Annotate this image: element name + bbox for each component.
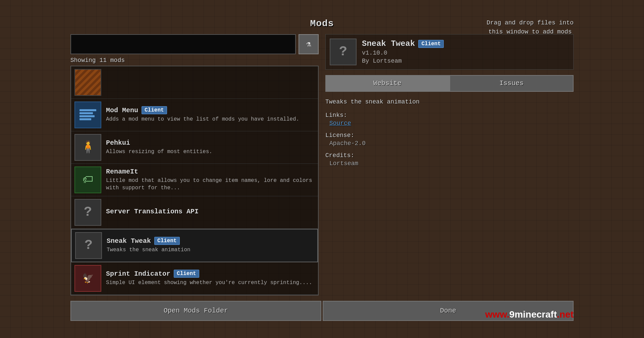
content-area: ⚗ Showing 11 mods [70,34,574,295]
mod-icon-brown [74,69,101,96]
mod-desc: Simple UI element showing whether you're… [106,279,315,286]
mod-name-row: RenameIt [106,168,315,176]
open-mods-folder-button[interactable]: Open Mods Folder [70,301,321,321]
mod-badge-client: Client [142,106,167,114]
mod-name-row: Sprint Indicator Client [106,270,315,278]
mod-name-label: Sprint Indicator [106,270,170,278]
list-item-sprint-indicator[interactable]: 🦅 Sprint Indicator Client Simple UI elem… [71,262,318,295]
tab-website[interactable]: Website [325,75,449,92]
tab-buttons: Website Issues [325,75,574,92]
right-panel: ? Sneak Tweak Client v1.10.0 By Lortseam… [319,34,574,295]
search-row: ⚗ [70,34,319,54]
mod-name-label: RenameIt [106,168,138,176]
showing-label: Showing 11 mods [70,57,319,64]
detail-header: ? Sneak Tweak Client v1.10.0 By Lortseam [325,34,574,70]
mod-desc: Allows resizing of most entities. [106,148,315,155]
question-icon: ? [85,238,93,253]
tag-icon: 🏷 [83,173,93,186]
mod-name-row: Server Translations API [106,208,315,215]
detail-description: Tweaks the sneak animation [325,98,574,105]
mod-name-row: Sneak Tweak Client [107,237,314,245]
detail-links-label: Links: [325,112,574,119]
mod-name-label: Sneak Tweak [107,237,151,245]
mod-info-pehkui: Pehkui Allows resizing of most entities. [106,139,315,155]
list-item-server-translations[interactable]: ? Server Translations API [71,196,318,229]
list-item-mod-menu[interactable]: Mod Menu Client Adds a mod menu to view … [71,99,318,131]
mod-icon-renameit: 🏷 [74,166,101,193]
detail-mod-name: Sneak Tweak [362,39,415,48]
detail-credits-section: Credits: Lortseam [325,152,574,167]
filter-icon: ⚗ [306,39,311,49]
watermark-mine: 9minecraft [509,309,557,320]
mod-info-servertranslations: Server Translations API [106,208,315,217]
mod-desc: Adds a mod menu to view the list of mods… [106,116,315,123]
list-item[interactable] [71,66,318,99]
detail-question-icon: ? [339,44,347,59]
detail-name-row: Sneak Tweak Client [362,39,569,48]
watermark: www.9minecraft.net [485,309,574,320]
mod-info-sprintindicator: Sprint Indicator Client Simple UI elemen… [106,270,315,286]
mod-name-row: Pehkui [106,139,315,147]
search-input[interactable] [70,34,296,54]
tab-issues[interactable]: Issues [449,75,574,92]
mod-name-label: Pehkui [106,139,130,147]
mod-icon-sprintindicator: 🦅 [74,265,101,292]
mod-desc: Tweaks the sneak animation [107,246,314,254]
mod-info-renameit: RenameIt Little mod that allows you to c… [106,168,315,192]
list-icon [79,109,96,120]
filter-button[interactable]: ⚗ [299,34,319,54]
detail-license-section: License: Apache-2.0 [325,132,574,147]
mod-info-sneaktweak: Sneak Tweak Client Tweaks the sneak anim… [107,237,314,254]
drag-hint: Drag and drop files into this window to … [487,18,574,37]
mod-badge-client: Client [174,270,199,278]
mod-badge-client: Client [154,237,180,245]
mod-name-row: Mod Menu Client [106,106,315,114]
detail-license-value: Apache-2.0 [325,140,574,147]
mod-name-label: Mod Menu [106,107,138,114]
detail-info: Sneak Tweak Client v1.10.0 By Lortseam [362,39,569,64]
detail-credits-label: Credits: [325,152,574,159]
question-icon: ? [84,205,92,220]
mod-info-modmenu: Mod Menu Client Adds a mod menu to view … [106,106,315,123]
detail-links-section: Links: Source [325,112,574,127]
left-panel: ⚗ Showing 11 mods [70,34,319,295]
mod-icon-pehkui: 🧍 [74,134,101,161]
detail-source-link[interactable]: Source [325,120,574,127]
list-item-pehkui[interactable]: 🧍 Pehkui Allows resizing of most entitie… [71,131,318,164]
detail-content: Tweaks the sneak animation Links: Source… [325,97,574,295]
detail-author: By Lortseam [362,58,569,64]
watermark-craft: .net [557,309,574,320]
detail-credits-value: Lortseam [325,160,574,167]
list-item-renameit[interactable]: 🏷 RenameIt Little mod that allows you to… [71,164,318,196]
mod-icon-sneaktweak: ? [75,232,102,259]
mod-icon-modmenu [74,102,101,128]
mod-list[interactable]: Mod Menu Client Adds a mod menu to view … [70,66,319,295]
detail-mod-icon: ? [330,39,357,65]
sprint-icon: 🦅 [82,273,94,284]
detail-license-label: License: [325,132,574,139]
watermark-9: www. [485,309,509,320]
mod-icon-servertranslations: ? [74,199,101,226]
detail-version: v1.10.0 [362,50,569,56]
mod-name-label: Server Translations API [106,208,199,215]
person-icon: 🧍 [80,140,96,155]
detail-badge: Client [418,40,444,48]
mod-desc: Little mod that allows you to change ite… [106,177,315,192]
list-item-sneak-tweak[interactable]: ? Sneak Tweak Client Tweaks the sneak an… [71,229,318,262]
main-container: Mods Drag and drop files into this windo… [70,18,574,320]
